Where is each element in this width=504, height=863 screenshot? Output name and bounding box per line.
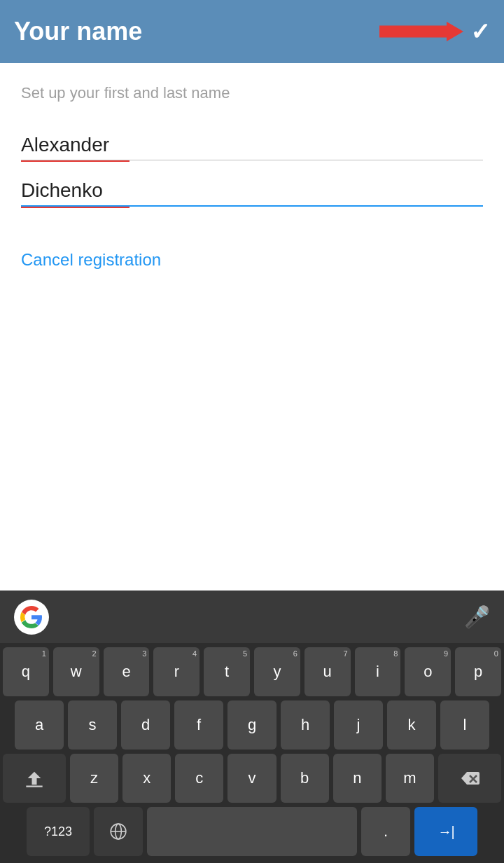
key-a[interactable]: a — [15, 700, 64, 750]
delete-key[interactable] — [438, 754, 501, 803]
confirm-button[interactable]: ✓ — [470, 18, 490, 46]
key-h[interactable]: h — [281, 700, 330, 750]
shift-key[interactable] — [3, 754, 66, 803]
numbers-key[interactable]: ?123 — [27, 807, 90, 856]
form-subtitle: Set up your first and last name — [21, 84, 483, 102]
keyboard-row-3: z x c v b n m — [3, 754, 501, 803]
key-q[interactable]: 1q — [3, 647, 49, 696]
last-name-underline-red — [21, 207, 130, 208]
header-actions: ✓ — [379, 18, 490, 46]
key-e[interactable]: 3e — [104, 647, 150, 696]
key-b[interactable]: b — [281, 754, 329, 803]
key-c[interactable]: c — [175, 754, 223, 803]
key-m[interactable]: m — [386, 754, 434, 803]
key-f[interactable]: f — [174, 700, 223, 750]
key-d[interactable]: d — [121, 700, 170, 750]
key-z[interactable]: z — [70, 754, 118, 803]
key-n[interactable]: n — [333, 754, 382, 803]
key-u[interactable]: 7u — [304, 647, 351, 696]
first-name-underline-red — [21, 160, 130, 162]
main-content: Set up your first and last name Cancel r… — [0, 63, 504, 298]
key-i[interactable]: 8i — [355, 647, 401, 696]
page-title: Your name — [14, 17, 142, 46]
enter-key[interactable]: →| — [414, 807, 477, 856]
keyboard-row-1: 1q 2w 3e 4r 5t 6y 7u 8i 9o 0p — [3, 647, 501, 696]
key-x[interactable]: x — [122, 754, 171, 803]
google-logo — [14, 600, 49, 635]
microphone-icon[interactable]: 🎤 — [464, 605, 490, 629]
key-p[interactable]: 0p — [455, 647, 501, 696]
key-k[interactable]: k — [387, 700, 436, 750]
first-name-group — [21, 130, 483, 162]
key-r[interactable]: 4r — [153, 647, 200, 696]
key-s[interactable]: s — [68, 700, 117, 750]
period-key[interactable]: . — [361, 807, 410, 856]
first-name-input[interactable] — [21, 130, 483, 160]
key-v[interactable]: v — [227, 754, 276, 803]
last-name-input[interactable] — [21, 176, 483, 205]
key-g[interactable]: g — [227, 700, 276, 750]
space-key[interactable] — [147, 807, 357, 856]
key-j[interactable]: j — [334, 700, 383, 750]
keyboard-wrapper: 🎤 1q 2w 3e 4r 5t 6y 7u 8i 9o 0p a s d f … — [0, 591, 504, 863]
cancel-registration-link[interactable]: Cancel registration — [21, 236, 483, 284]
red-arrow-icon — [379, 22, 463, 41]
key-w[interactable]: 2w — [53, 647, 99, 696]
key-t[interactable]: 5t — [204, 647, 250, 696]
keyboard-row-2: a s d f g h j k l — [3, 700, 501, 750]
keyboard-top-bar: 🎤 — [0, 591, 504, 643]
last-name-group — [21, 176, 483, 208]
key-y[interactable]: 6y — [254, 647, 300, 696]
keyboard-row-4: ?123 . →| — [3, 807, 501, 856]
arrow-annotation — [379, 22, 463, 41]
app-header: Your name ✓ — [0, 0, 504, 63]
key-o[interactable]: 9o — [405, 647, 451, 696]
key-l[interactable]: l — [440, 700, 489, 750]
keyboard: 1q 2w 3e 4r 5t 6y 7u 8i 9o 0p a s d f g … — [0, 643, 504, 863]
globe-key[interactable] — [94, 807, 143, 856]
